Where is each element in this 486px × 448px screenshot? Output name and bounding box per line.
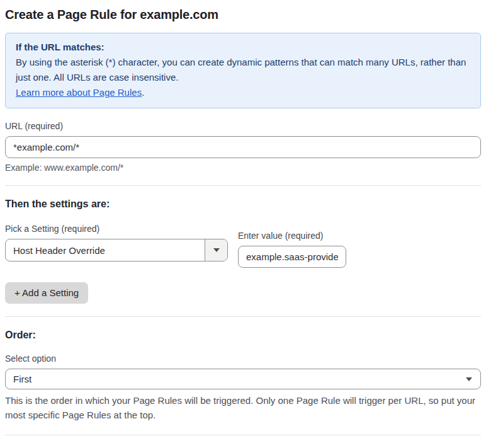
info-box-body: By using the asterisk (*) character, you… [16, 55, 470, 85]
order-select[interactable]: First [5, 369, 481, 389]
pick-setting-select[interactable]: Host Header Override [5, 239, 228, 261]
settings-section-heading: Then the settings are: [5, 198, 481, 210]
setting-value-input[interactable] [238, 246, 346, 268]
pick-setting-selected-value: Host Header Override [6, 245, 205, 256]
pick-setting-label: Pick a Setting (required) [5, 224, 228, 234]
order-section-heading: Order: [5, 330, 481, 341]
enter-value-label: Enter value (required) [238, 231, 346, 241]
dropdown-arrow-segment[interactable] [205, 239, 227, 261]
url-helper-text: Example: www.example.com/* [5, 163, 481, 173]
url-match-info-box: If the URL matches: By using the asteris… [5, 33, 481, 108]
link-suffix: . [142, 87, 144, 98]
page-rule-form: Create a Page Rule for example.com If th… [0, 0, 486, 448]
divider [5, 185, 481, 186]
learn-more-link[interactable]: Learn more about Page Rules [16, 87, 142, 98]
chevron-down-icon [213, 248, 220, 252]
enter-value-column: Enter value (required) [238, 231, 346, 268]
order-selected-value: First [6, 374, 466, 384]
order-helper-text: This is the order in which your Page Rul… [5, 393, 477, 422]
divider [5, 316, 481, 317]
url-input[interactable] [5, 136, 481, 158]
info-box-link-line: Learn more about Page Rules. [16, 85, 470, 100]
info-box-heading: If the URL matches: [16, 40, 470, 55]
pick-setting-column: Pick a Setting (required) Host Header Ov… [5, 224, 228, 261]
url-label: URL (required) [5, 121, 481, 131]
page-title: Create a Page Rule for example.com [5, 8, 481, 22]
add-setting-button[interactable]: + Add a Setting [5, 282, 88, 304]
settings-row: Pick a Setting (required) Host Header Ov… [5, 224, 481, 268]
order-select-label: Select option [5, 353, 481, 364]
divider [5, 435, 481, 435]
chevron-down-icon [466, 377, 472, 381]
